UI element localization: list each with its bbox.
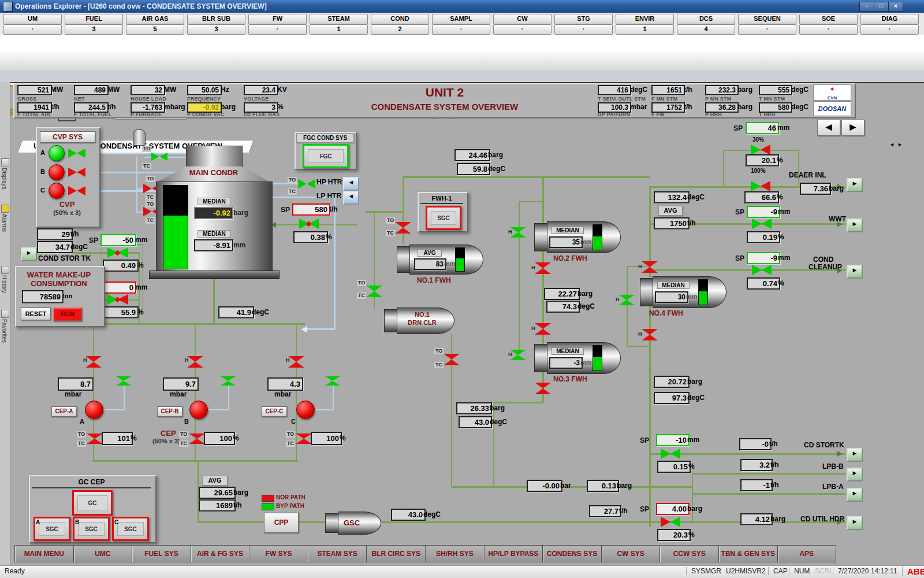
tab-scroll-left-icon[interactable]: ◄ xyxy=(889,142,895,147)
cond-flow-control-valve[interactable] xyxy=(299,218,319,229)
no4-fwh-inlet-valve[interactable] xyxy=(642,261,658,273)
menu-diag[interactable]: DIAG xyxy=(860,14,919,24)
nav-fuel-sys[interactable]: FUEL SYS xyxy=(132,545,191,562)
cvp-pump-a[interactable] xyxy=(49,145,65,161)
makeup-level-setpoint[interactable]: 0 xyxy=(100,281,136,294)
menu-air-gas-count[interactable]: 5 xyxy=(126,24,184,35)
stortk-return-valve[interactable] xyxy=(661,449,680,459)
no3-fwh-outlet-valve[interactable] xyxy=(535,383,551,394)
cep-pump-a[interactable] xyxy=(85,401,103,419)
cep-b-min-flow-valve[interactable] xyxy=(189,433,205,444)
deaer-level-setpoint[interactable]: 46 xyxy=(746,122,779,134)
favorites-panel-icon[interactable] xyxy=(1,310,9,318)
util-hdr-press-valve[interactable] xyxy=(661,517,680,527)
no4-fwh-bypass-valve[interactable] xyxy=(619,295,635,305)
cvp-sys-button[interactable]: CVP SYS xyxy=(40,131,95,143)
menu-fuel[interactable]: FUEL xyxy=(65,14,123,24)
menu-cond-count[interactable]: 2 xyxy=(371,24,429,35)
wwt-nav-button[interactable]: ► xyxy=(847,218,863,232)
drn-clr-outlet-valve[interactable] xyxy=(444,354,460,365)
makeup-valve[interactable] xyxy=(151,153,167,161)
menu-sequen-count[interactable]: · xyxy=(738,24,796,35)
hp-htr-valve[interactable] xyxy=(298,179,315,188)
cond-stor-tk-nav-button[interactable]: ► xyxy=(21,247,37,261)
nav-aps[interactable]: APS xyxy=(778,545,837,562)
menu-cond[interactable]: COND xyxy=(371,14,429,24)
lpb-a-nav-button[interactable]: ► xyxy=(847,488,863,502)
deaer-level-valve-30[interactable] xyxy=(751,144,770,155)
no2-fwh-outlet-valve[interactable] xyxy=(535,262,551,274)
cep-a-button[interactable]: CEP-A xyxy=(51,406,77,417)
gc-button[interactable]: GC xyxy=(72,490,113,516)
cep-c-min-flow-valve[interactable] xyxy=(296,433,312,444)
menu-sequen[interactable]: SEQUEN xyxy=(738,14,796,24)
menu-um-count[interactable]: · xyxy=(3,24,62,35)
menu-blr-sub[interactable]: BLR SUB xyxy=(187,14,245,24)
hp-htr-nav-button[interactable]: ◄ xyxy=(343,177,359,191)
sidebar-item-history[interactable]: History xyxy=(1,275,8,293)
cd-stortk-nav-button[interactable]: ► xyxy=(847,448,863,462)
menu-blr-sub-count[interactable]: 3 xyxy=(187,24,245,35)
menu-soe[interactable]: SOE xyxy=(799,14,858,24)
cep-pump-c[interactable] xyxy=(296,401,315,419)
wwt-setpoint[interactable]: -9 xyxy=(747,206,780,218)
cleanup-valve[interactable] xyxy=(752,265,772,275)
cleanup-setpoint[interactable]: -9 xyxy=(747,252,780,264)
menu-soe-count[interactable]: · xyxy=(799,24,858,35)
menu-envir-count[interactable]: 1 xyxy=(616,24,674,35)
cep-pump-b[interactable] xyxy=(189,401,208,419)
close-button[interactable]: × xyxy=(888,2,903,12)
menu-um[interactable]: UM xyxy=(3,14,62,24)
cpp-button[interactable]: CPP xyxy=(264,513,299,533)
cond-cleanup-nav-button[interactable]: ► xyxy=(847,265,863,279)
makeup-reset-button[interactable]: RESET xyxy=(21,307,51,320)
fwh1-inlet-valve[interactable] xyxy=(395,222,411,234)
next-display-button[interactable]: ► xyxy=(841,120,865,136)
cvp-pump-b[interactable] xyxy=(49,164,65,180)
lp-htr-nav-button[interactable]: ◄ xyxy=(343,191,359,205)
menu-stg[interactable]: STG xyxy=(554,14,613,24)
nav-umc[interactable]: UMC xyxy=(74,545,133,562)
cep-c-disch-valve[interactable] xyxy=(288,356,304,368)
menu-fw-count[interactable]: · xyxy=(248,24,307,35)
stor-tk-level-setpoint[interactable]: -50 xyxy=(100,234,136,246)
menu-stg-count[interactable]: · xyxy=(554,24,613,35)
fgc-button[interactable]: FGC xyxy=(303,144,349,168)
drn-clr-bypass-valve[interactable] xyxy=(366,286,382,297)
cond-flow-setpoint[interactable]: 580 xyxy=(292,203,330,216)
cep-b-disch-valve[interactable] xyxy=(187,356,203,368)
sidebar-item-displays[interactable]: Displays xyxy=(1,168,8,190)
menu-sampl[interactable]: SAMPL xyxy=(432,14,490,24)
nav-fw-sys[interactable]: FW SYS xyxy=(249,545,308,562)
restore-button[interactable]: □ xyxy=(874,2,889,12)
cd-util-hdr-nav-button[interactable]: ► xyxy=(847,516,863,530)
no2-fwh-bypass-valve[interactable] xyxy=(510,227,526,238)
cep-b-bypass-valve[interactable] xyxy=(221,376,236,386)
no4-fwh-outlet-valve[interactable] xyxy=(642,329,658,340)
sidebar-item-favorites[interactable]: Favorites xyxy=(1,319,8,343)
menu-envir[interactable]: ENVIR xyxy=(616,14,674,24)
cvp-valve-c[interactable] xyxy=(68,186,85,195)
makeup-level-valve[interactable] xyxy=(107,294,128,305)
wwt-valve[interactable] xyxy=(752,218,772,229)
nav-steam-sys[interactable]: STEAM SYS xyxy=(308,545,367,562)
cep-a-bypass-valve[interactable] xyxy=(116,376,131,386)
nav-main-menu[interactable]: MAIN MENU xyxy=(14,545,74,562)
stor-tk-level-valve[interactable] xyxy=(107,247,128,258)
menu-fw[interactable]: FW xyxy=(248,14,307,24)
displays-panel-icon[interactable] xyxy=(1,158,9,166)
nav-condens-sys[interactable]: CONDENS SYS xyxy=(543,545,602,562)
cep-c-bypass-valve[interactable] xyxy=(325,376,340,386)
nav-hp-lp-bypass[interactable]: HP/LP BYPASS xyxy=(485,545,543,562)
cvp-pump-c[interactable] xyxy=(49,183,65,199)
fwh1-sgc-button[interactable]: SGC xyxy=(426,206,461,230)
tab-scroll-right-icon[interactable]: ► xyxy=(897,142,903,147)
nav-blr-circ-sys[interactable]: BLR CIRC SYS xyxy=(367,545,426,562)
alarm-line[interactable]: 2 7/27/2020 14:12:10.... P2HFE55CF002-..… xyxy=(0,35,924,52)
minimize-button[interactable]: – xyxy=(859,2,874,12)
nav-tbn-gen-sys[interactable]: TBN & GEN SYS xyxy=(719,545,778,562)
menu-fuel-count[interactable]: 3 xyxy=(65,24,123,35)
deaer-level-valve-100[interactable] xyxy=(751,181,770,191)
nav-sh-rh-sys[interactable]: SH/RH SYS xyxy=(426,545,485,562)
menu-diag-count[interactable]: · xyxy=(860,24,919,35)
